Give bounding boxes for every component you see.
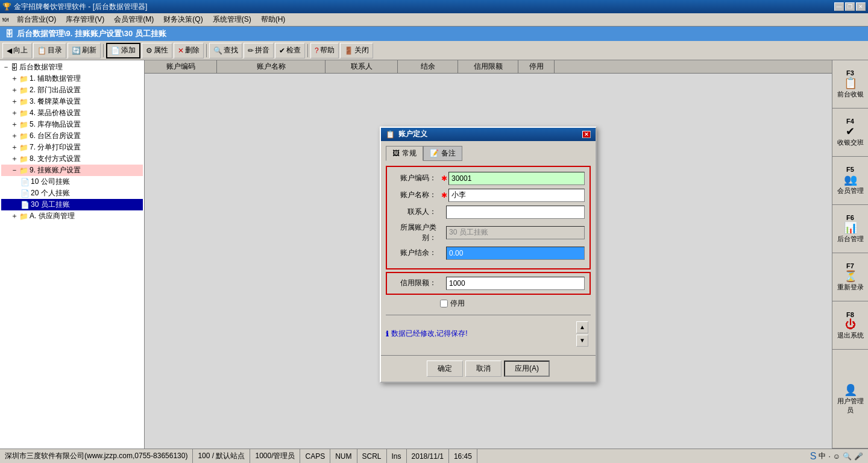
scroll-down-button[interactable]: ▼ xyxy=(576,335,588,347)
status-scrl-text: SCRL xyxy=(362,452,382,461)
plus-icon-6: ＋ xyxy=(11,131,18,141)
toolbar-search-button[interactable]: 🔍 查找 xyxy=(209,43,242,58)
confirm-button[interactable]: 确定 xyxy=(427,361,463,377)
sidebar-item-personal[interactable]: 📄 20 个人挂账 xyxy=(1,187,143,199)
sidebar-item-aux[interactable]: ＋ 📁 1. 辅助数据管理 xyxy=(1,73,143,84)
close-button[interactable]: ✕ xyxy=(856,2,866,11)
account-name-input[interactable] xyxy=(448,189,585,202)
main-layout: － 🗄 后台数据管理 ＋ 📁 1. 辅助数据管理 ＋ 📁 2. 部门出品设置 ＋… xyxy=(0,60,868,449)
restore-button[interactable]: ❐ xyxy=(845,2,855,11)
menu-item-system[interactable]: 系统管理(S) xyxy=(208,13,256,26)
user-icon: 👤 xyxy=(844,383,857,397)
close-icon: 🚪 xyxy=(344,46,353,55)
account-dialog: 📋 账户定义 ✕ 🖼 常规 📝 xyxy=(380,127,597,383)
account-type-row: 所属账户类别： xyxy=(392,222,585,243)
dialog-footer: 确定 取消 应用(A) xyxy=(381,355,596,382)
status-caps-text: CAPS xyxy=(305,452,325,461)
f3-label: F3 xyxy=(846,69,854,77)
add-icon: 📄 xyxy=(111,46,120,55)
contact-input[interactable] xyxy=(446,206,585,219)
modal-overlay: 📋 账户定义 ✕ 🖼 常规 📝 xyxy=(145,60,832,449)
minimize-button[interactable]: — xyxy=(834,2,844,11)
contact-spacer xyxy=(440,208,446,216)
sidebar-item-supplier[interactable]: ＋ 📁 A. 供应商管理 xyxy=(1,210,143,222)
disabled-checkbox[interactable] xyxy=(440,300,448,307)
right-btn-f4[interactable]: F4 ✔ 收银交班 xyxy=(832,109,868,157)
status-date-text: 2018/11/1 xyxy=(412,452,444,461)
status-emoji-2: 🔍 xyxy=(843,452,852,461)
right-btn-f6[interactable]: F6 📊 后台管理 xyxy=(832,205,868,253)
scroll-arrows: ▲ ▼ xyxy=(574,319,591,349)
menu-item-help[interactable]: 帮助(H) xyxy=(256,13,291,26)
toolbar-pinyin-button[interactable]: ✏ 拼音 xyxy=(244,43,274,58)
menu-item-front[interactable]: 前台营业(O) xyxy=(12,13,61,26)
plus-icon-7: ＋ xyxy=(11,142,18,153)
sidebar-item-print[interactable]: ＋ 📁 7. 分单打印设置 xyxy=(1,142,143,153)
status-company-text: 深圳市三度软件有限公司(www.jzzp.com,0755-83656130) xyxy=(5,451,187,461)
account-code-input[interactable] xyxy=(448,172,585,185)
dialog-tabs: 🖼 常规 📝 备注 xyxy=(386,146,591,161)
plus-icon-4: ＋ xyxy=(11,108,18,118)
menu-item-finance[interactable]: 财务决策(Q) xyxy=(159,13,207,26)
tab-general-label: 常规 xyxy=(402,148,417,159)
menu-item-stock[interactable]: 库存管理(V) xyxy=(61,13,109,26)
right-btn-f5[interactable]: F5 👥 会员管理 xyxy=(832,157,868,205)
toolbar-property-button[interactable]: ⚙ 属性 xyxy=(142,43,172,58)
toolbar-delete-button[interactable]: ✕ 删除 xyxy=(174,43,204,58)
dept-label: 2. 部门出品设置 xyxy=(30,85,81,95)
toolbar-check-button[interactable]: ✔ 检查 xyxy=(275,43,305,58)
toolbar-back-button[interactable]: ◀ 向上 xyxy=(2,43,32,58)
toolbar-index-button[interactable]: 📋 目录 xyxy=(33,43,66,58)
right-btn-f8[interactable]: F8 ⏻ 退出系统 xyxy=(832,301,868,350)
toolbar-help-button[interactable]: ? 帮助 xyxy=(310,43,339,58)
cancel-button[interactable]: 取消 xyxy=(465,361,502,377)
account-type-input xyxy=(446,226,585,239)
root-icon: 🗄 xyxy=(11,63,18,72)
contact-label: 联系人： xyxy=(392,207,440,217)
apply-button[interactable]: 应用(A) xyxy=(504,361,550,377)
f3-text: 前台收银 xyxy=(837,90,864,99)
tab-notes-label: 备注 xyxy=(441,148,456,159)
right-btn-user[interactable]: 👤 用户管理员 xyxy=(832,350,868,449)
dialog-close-button[interactable]: ✕ xyxy=(582,131,591,138)
scroll-up-button[interactable]: ▲ xyxy=(576,321,588,333)
menu-item-member[interactable]: 会员管理(M) xyxy=(109,13,159,26)
search-label: 查找 xyxy=(224,45,238,55)
sidebar-item-dept[interactable]: ＋ 📁 2. 部门出品设置 xyxy=(1,84,143,96)
right-btn-f3[interactable]: F3 📋 前台收银 xyxy=(832,60,868,109)
toolbar-close-button[interactable]: 🚪 关闭 xyxy=(340,43,373,58)
plus-icon-2: ＋ xyxy=(11,85,18,95)
sidebar-item-credit[interactable]: － 📁 9. 挂账账户设置 xyxy=(1,165,143,176)
toolbar-add-button[interactable]: 📄 添加 xyxy=(106,43,140,58)
f5-text: 会员管理 xyxy=(837,186,864,195)
toolbar-refresh-button[interactable]: 🔄 刷新 xyxy=(68,43,101,58)
menu-bar: 🍽 前台营业(O) 库存管理(V) 会员管理(M) 财务决策(Q) 系统管理(S… xyxy=(0,13,868,27)
account-name-required: ✱ xyxy=(441,191,447,200)
sidebar-item-menu[interactable]: ＋ 📁 3. 餐牌菜单设置 xyxy=(1,96,143,107)
sidebar-item-root[interactable]: － 🗄 后台数据管理 xyxy=(1,61,143,73)
right-btn-f7[interactable]: F7 ⏳ 重新登录 xyxy=(832,253,868,301)
status-caps: CAPS xyxy=(300,449,330,463)
sidebar-item-pay[interactable]: ＋ 📁 8. 支付方式设置 xyxy=(1,153,143,165)
account-name-label: 账户名称： xyxy=(392,190,440,200)
sidebar-item-employee[interactable]: 📄 30 员工挂账 xyxy=(1,199,143,210)
tab-notes[interactable]: 📝 备注 xyxy=(423,146,462,161)
credit-limit-input[interactable] xyxy=(446,277,585,290)
right-sidebar: F3 📋 前台收银 F4 ✔ 收银交班 F5 👥 会员管理 F6 📊 后台管理 … xyxy=(832,60,868,449)
sidebar-item-stock[interactable]: ＋ 📁 5. 库存物品设置 xyxy=(1,119,143,130)
index-label: 目录 xyxy=(48,45,62,55)
stock-label: 5. 库存物品设置 xyxy=(30,119,81,130)
minus-icon-2: － xyxy=(11,165,18,175)
f8-icon: ⏻ xyxy=(845,318,856,331)
price-label: 4. 菜品价格设置 xyxy=(30,108,81,118)
sidebar-item-company[interactable]: 📄 10 公司挂账 xyxy=(1,176,143,187)
sub-title-icon: 🗄 xyxy=(5,29,13,39)
credit-limit-section: 信用限额： xyxy=(386,272,591,295)
balance-input[interactable] xyxy=(446,247,585,260)
aux-label: 1. 辅助数据管理 xyxy=(30,74,81,84)
toolbar: ◀ 向上 📋 目录 🔄 刷新 📄 添加 ⚙ 属性 ✕ 删除 🔍 查找 ✏ 拼音 … xyxy=(0,41,868,60)
tab-general[interactable]: 🖼 常规 xyxy=(386,146,423,161)
sidebar-item-price[interactable]: ＋ 📁 4. 菜品价格设置 xyxy=(1,107,143,119)
sidebar-item-table[interactable]: ＋ 📁 6. 台区台房设置 xyxy=(1,130,143,142)
dialog-title-text: 账户定义 xyxy=(398,129,427,139)
